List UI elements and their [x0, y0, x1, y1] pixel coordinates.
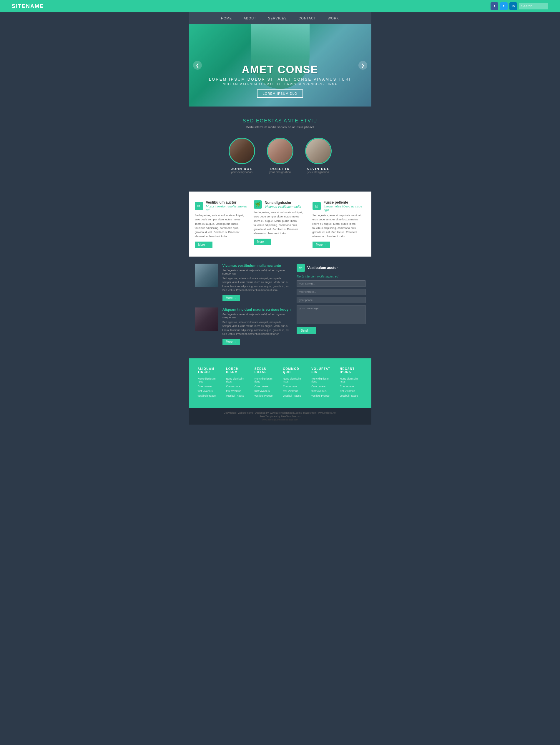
footer-link-5-3[interactable]: vestibul Praese	[340, 394, 363, 397]
contact-title: Vestibulum auctor	[307, 266, 338, 270]
blog-item-1: Vivamus vestibulum nulla nec ante Sed eg…	[195, 264, 291, 301]
footer-link-2-0[interactable]: Nunc dignissim risus	[254, 377, 277, 383]
nav-about[interactable]: ABOUT	[244, 17, 256, 20]
footer-link-4-1[interactable]: Cras ornare	[311, 385, 334, 388]
contact-head-row: ✏ Vestibulum auctor	[297, 264, 365, 272]
service-icon-row-3: ⊡ Fusce pellente Integer vitae libero ac…	[313, 200, 366, 212]
blog-title-2[interactable]: Aliquam tincidunt mauris eu risus kuoyn	[222, 307, 291, 312]
footer-link-0-3[interactable]: vestibul Praese	[197, 394, 220, 397]
footer-free-templates: Free Templates by FreeTempltes.pro	[259, 415, 300, 418]
footer-link-1-2[interactable]: trist Vivamus	[226, 390, 249, 392]
nav-work[interactable]: WORK	[328, 17, 339, 20]
contact-subtitle: Morbi interdum mollis sapien ed	[297, 275, 365, 278]
contact-col: ✏ Vestibulum auctor Morbi interdum molli…	[297, 264, 365, 351]
footer-link-2-2[interactable]: trist Vivamus	[254, 390, 277, 392]
team-section: SED EGESTAS ANTE ETVIU Morbi interdum mo…	[189, 106, 371, 192]
footer-link-1-0[interactable]: Nunc dignissim risus	[226, 377, 249, 383]
hero-prev-arrow[interactable]: ❮	[193, 61, 202, 70]
linkedin-icon[interactable]: in	[509, 2, 517, 10]
nav-home[interactable]: HOME	[221, 17, 232, 20]
footer-links: ALIQUAM TINCID Nunc dignissim risus Cras…	[189, 358, 371, 408]
twitter-icon[interactable]: t	[500, 2, 508, 10]
footer-link-3-0[interactable]: Nunc dignissim risus	[283, 377, 306, 383]
team-name-2: ROSETTA	[267, 167, 293, 171]
contact-message-input[interactable]	[297, 305, 365, 324]
blog-col: Vivamus vestibulum nulla nec ante Sed eg…	[195, 264, 291, 351]
blog-more-button-2[interactable]: More →	[222, 339, 241, 345]
nav-services[interactable]: SERVICES	[268, 17, 287, 20]
footer-col-2: SEDLU PRASE Nunc dignissim risus Cras or…	[252, 367, 280, 399]
service-more-button-2[interactable]: More →	[254, 239, 272, 245]
footer-cols: ALIQUAM TINCID Nunc dignissim risus Cras…	[195, 367, 366, 399]
avatar-person-1	[229, 138, 254, 163]
avatar-2	[267, 138, 293, 164]
footer-col-5: NECANT IPONS Nunc dignissim risus Cras o…	[337, 367, 366, 399]
avatar-person-2	[268, 138, 292, 163]
footer-link-0-2[interactable]: trist Vivamus	[197, 390, 220, 392]
team-designation-3: your designation	[305, 171, 332, 174]
service-item-3: ⊡ Fusce pellente Integer vitae libero ac…	[313, 200, 366, 248]
contact-send-button[interactable]: Send →	[297, 327, 316, 334]
blog-title-1[interactable]: Vivamus vestibulum nulla nec ante	[222, 264, 291, 268]
service-item-1: ✏ Vestibulum auctor Morbi interdum molli…	[195, 200, 248, 248]
footer-link-5-0[interactable]: Nunc dignissim risus	[340, 377, 363, 383]
blog-thumb-2	[195, 307, 218, 331]
nav-contact[interactable]: CONTACT	[299, 17, 316, 20]
hero-content: AMET CONSE LOREM IPSUM DOLOR SIT AMET CO…	[209, 64, 351, 98]
footer-link-4-0[interactable]: Nunc dignissim risus	[311, 377, 334, 383]
service-text-1: Sed egestas, ante et vulputate volutpat,…	[195, 213, 248, 239]
facebook-icon[interactable]: f	[491, 2, 498, 10]
footer-link-2-3[interactable]: vestibul Praese	[254, 394, 277, 397]
service-text-2: Sed egestas, ante et vulputate volutpat,…	[254, 210, 307, 236]
blog-more-button-1[interactable]: More →	[222, 295, 241, 301]
footer-col-title-5: NECANT IPONS	[340, 367, 363, 374]
footer-link-1-3[interactable]: vestibul Praese	[226, 394, 249, 397]
footer-link-3-3[interactable]: vestibul Praese	[283, 394, 306, 397]
send-arrow-icon: →	[309, 329, 312, 332]
footer-col-title-1: LOREM IPSUM	[226, 367, 249, 374]
footer-link-5-1[interactable]: Cras ornare	[340, 385, 363, 388]
contact-name-input[interactable]	[297, 281, 365, 287]
footer-link-4-2[interactable]: trist Vivamus	[311, 390, 334, 392]
contact-email-input[interactable]	[297, 289, 365, 295]
footer-link-0-1[interactable]: Cras ornare	[197, 385, 220, 388]
search-input[interactable]	[519, 3, 548, 9]
contact-phone-input[interactable]	[297, 297, 365, 303]
footer-link-0-0[interactable]: Nunc dignissim risus	[197, 377, 220, 383]
hero-title: AMET CONSE	[209, 64, 351, 76]
service-text-3: Sed egestas, ante et vulputate volutpat,…	[313, 213, 366, 239]
footer-link-5-2[interactable]: trist Vivamus	[340, 390, 363, 392]
footer-link-2-1[interactable]: Cras ornare	[254, 385, 277, 388]
services-row: ✏ Vestibulum auctor Morbi interdum molli…	[195, 200, 366, 248]
footer-link-3-2[interactable]: trist Vivamus	[283, 390, 306, 392]
hero-slider: ❮ AMET CONSE LOREM IPSUM DOLOR SIT AMET …	[189, 24, 371, 106]
footer-link-1-1[interactable]: Cras ornare	[226, 385, 249, 388]
service-more-button-3[interactable]: More →	[313, 241, 331, 248]
footer-col-title-0: ALIQUAM TINCID	[197, 367, 220, 374]
arrow-icon-2: →	[265, 240, 268, 243]
footer-link-3-1[interactable]: Cras ornare	[283, 385, 306, 388]
blog-excerpt-2: Sed egestas, ante et vulputate volutpat,…	[222, 313, 291, 319]
blog-text-2: Sed egestas, ante et vulputate volutpat,…	[222, 320, 291, 336]
service-heading-3: Fusce pellente	[324, 200, 366, 204]
avatar-1	[229, 138, 255, 164]
footer-watermark: www.heritage.christiancollege.com	[262, 418, 298, 421]
footer-link-4-3[interactable]: vestibul Praese	[311, 394, 334, 397]
hero-cta-button[interactable]: LOREM IPSUM DLO	[257, 90, 303, 98]
contact-head-text: Vestibulum auctor	[307, 266, 338, 270]
blog-excerpt-1: Sed egestas, ante et vulputate volutpat,…	[222, 269, 291, 275]
service-more-button-1[interactable]: More →	[195, 241, 213, 248]
blog-arrow-1: →	[234, 296, 237, 299]
service-icon-2: 🌿	[254, 200, 262, 208]
footer-col-title-4: VOLUPTAT SIN	[311, 367, 334, 374]
arrow-icon-1: →	[206, 243, 209, 246]
hero-next-arrow[interactable]: ❯	[359, 61, 367, 70]
footer-col-0: ALIQUAM TINCID Nunc dignissim risus Cras…	[194, 367, 223, 399]
top-bar: SITENAME f t in	[0, 0, 560, 12]
service-titles-2: Nunc dignissim Vivamus vestibulum nulla	[265, 201, 301, 208]
footer-col-1: LOREM IPSUM Nunc dignissim risus Cras or…	[223, 367, 252, 399]
hero-sub2: NULLAM MALESUADA ERAT UT TURPIS SUSPENDI…	[209, 83, 351, 86]
service-icon-row-2: 🌿 Nunc dignissim Vivamus vestibulum null…	[254, 200, 307, 208]
services-section: ✏ Vestibulum auctor Morbi interdum molli…	[189, 192, 371, 257]
avatar-3	[305, 138, 332, 164]
